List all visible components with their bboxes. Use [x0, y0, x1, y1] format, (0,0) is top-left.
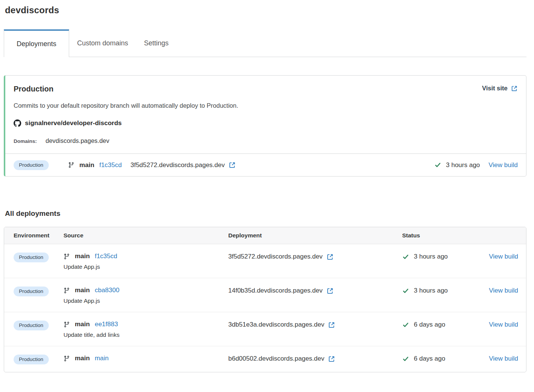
commit-link[interactable]: cba8300 [95, 287, 119, 294]
commit-link[interactable]: main [95, 355, 109, 362]
all-deployments-heading: All deployments [5, 209, 526, 218]
commit-message: Update title, add links [63, 332, 228, 338]
domains-label: Domains: [14, 138, 37, 144]
production-deployment-row: Production main f1c35cd 3f5d5272.devdisc… [5, 153, 526, 176]
page-title: devdiscords [5, 5, 526, 15]
commit-message: Update App.js [63, 297, 228, 304]
deployment-url: 3f5d5272.devdiscords.pages.dev [130, 161, 225, 169]
tab-deployments[interactable]: Deployments [4, 29, 69, 57]
external-link-icon[interactable] [327, 253, 334, 260]
view-build-link[interactable]: View build [489, 253, 518, 260]
git-branch-icon [63, 321, 70, 328]
column-header-environment: Environment [14, 232, 63, 239]
branch-name: main [75, 321, 90, 328]
deployment-row: Production main main b6d00502.devdiscord… [4, 346, 526, 372]
production-card-title: Production [14, 85, 54, 93]
check-icon [434, 162, 441, 168]
external-link-icon[interactable] [229, 161, 236, 169]
deployment-row: Production main cba8300 Update App.js 14… [4, 278, 526, 312]
deployment-url: 14f0b35d.devdiscords.pages.dev [228, 287, 323, 294]
environment-badge: Production [14, 287, 49, 296]
external-link-icon[interactable] [328, 321, 335, 328]
tab-custom-domains[interactable]: Custom domains [69, 29, 136, 57]
branch-name: main [75, 287, 90, 294]
view-build-link[interactable]: View build [489, 161, 518, 169]
visit-site-link[interactable]: Visit site [482, 85, 518, 92]
view-build-link[interactable]: View build [489, 355, 518, 362]
branch-name: main [75, 355, 90, 362]
page: devdiscords Deployments Custom domains S… [0, 0, 534, 372]
external-link-icon [511, 85, 518, 92]
deployment-url: b6d00502.devdiscords.pages.dev [228, 355, 324, 363]
external-link-icon[interactable] [328, 355, 335, 363]
deployment-time: 3 hours ago [414, 287, 448, 294]
deployment-time: 3 hours ago [414, 253, 448, 260]
environment-badge: Production [14, 355, 49, 364]
environment-badge: Production [14, 321, 49, 330]
view-build-link[interactable]: View build [489, 321, 518, 328]
branch-name: main [75, 253, 90, 260]
column-header-status: Status [402, 232, 518, 239]
production-description: Commits to your default repository branc… [14, 102, 518, 109]
tab-bar: Deployments Custom domains Settings [4, 29, 526, 57]
visit-site-label: Visit site [482, 85, 508, 92]
tab-settings[interactable]: Settings [136, 29, 176, 57]
commit-link[interactable]: ee1f883 [95, 321, 118, 328]
repo-name: signalnerve/developer-discords [25, 119, 122, 127]
view-build-link[interactable]: View build [489, 287, 518, 294]
deployments-table: Environment Source Deployment Status Pro… [4, 227, 526, 372]
deployment-url: 3f5d5272.devdiscords.pages.dev [228, 253, 323, 260]
deployment-row: Production main f1c35cd Update App.js 3f… [4, 244, 526, 278]
production-card: Production Visit site Commits to your de… [4, 75, 526, 177]
environment-badge: Production [14, 253, 49, 262]
column-header-source: Source [63, 232, 228, 239]
git-branch-icon [63, 253, 70, 260]
environment-badge: Production [14, 160, 49, 170]
external-link-icon[interactable] [327, 287, 334, 294]
commit-link[interactable]: f1c35cd [95, 253, 118, 260]
deployment-url: 3db51e3a.devdiscords.pages.dev [228, 321, 324, 328]
table-header-row: Environment Source Deployment Status [4, 227, 526, 244]
git-branch-icon [63, 287, 70, 294]
column-header-deployment: Deployment [228, 232, 402, 239]
git-branch-icon [63, 355, 70, 362]
deployment-time: 6 days ago [414, 355, 445, 363]
deployment-row: Production main ee1f883 Update title, ad… [4, 312, 526, 346]
commit-link[interactable]: f1c35cd [99, 161, 122, 169]
github-icon [14, 119, 21, 127]
deployments-table-body: Production main f1c35cd Update App.js 3f… [4, 244, 526, 372]
branch-name: main [79, 161, 94, 169]
check-icon [402, 288, 409, 294]
check-icon [402, 322, 409, 328]
tab-bar-filler [176, 29, 526, 57]
check-icon [402, 356, 409, 362]
commit-message: Update App.js [63, 263, 228, 270]
deployment-time: 6 days ago [414, 321, 445, 328]
domains-value: devdiscords.pages.dev [46, 137, 110, 144]
deployment-time: 3 hours ago [446, 161, 480, 169]
check-icon [402, 254, 409, 260]
git-branch-icon [68, 162, 74, 168]
